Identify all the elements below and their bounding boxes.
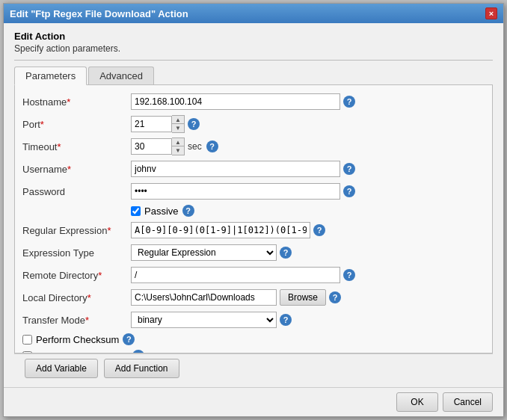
dialog-title: Edit "Ftp Regex File Download" Action: [10, 8, 188, 19]
timeout-unit-label: sec: [188, 141, 202, 152]
passive-label: Passive: [144, 206, 179, 217]
local-dir-control: Browse ?: [131, 289, 485, 306]
expression-type-row: Expression Type Regular Expression Wildc…: [22, 244, 485, 262]
port-label: Port*: [22, 119, 131, 130]
port-spinner: ▲ ▼: [131, 115, 185, 133]
local-dir-row: Local Directory* Browse ?: [22, 288, 485, 306]
section-title: Edit Action: [14, 31, 493, 42]
dialog: Edit "Ftp Regex File Download" Action × …: [3, 3, 504, 417]
separator: [14, 60, 493, 61]
port-input[interactable]: [131, 116, 172, 132]
hostname-control: ?: [131, 93, 485, 110]
expression-type-help-icon[interactable]: ?: [280, 247, 292, 259]
remote-dir-label: Remote Directory*: [22, 270, 131, 281]
regex-control: ?: [131, 222, 485, 238]
timeout-control: ▲ ▼ sec ?: [131, 138, 485, 155]
timeout-label: Timeout*: [22, 141, 131, 152]
expression-type-select[interactable]: Regular Expression Wildcard Exact Match: [131, 244, 277, 261]
checksum-label: Perform Checksum: [36, 334, 119, 345]
username-input[interactable]: [131, 161, 340, 177]
regex-label: Regular Expression*: [22, 225, 131, 236]
password-help-icon[interactable]: ?: [343, 185, 355, 197]
passive-row: Passive ?: [131, 205, 485, 217]
hostname-label: Hostname*: [22, 96, 131, 108]
hostname-row: Hostname* ?: [22, 93, 485, 111]
remote-dir-control: ?: [131, 267, 485, 283]
username-help-icon[interactable]: ?: [343, 163, 355, 175]
title-bar: Edit "Ftp Regex File Download" Action ×: [4, 4, 503, 23]
dialog-body: Edit Action Specify action parameters. P…: [4, 23, 503, 387]
cancel-button[interactable]: Cancel: [443, 392, 493, 412]
hostname-help-icon[interactable]: ?: [343, 96, 355, 108]
password-label: Password: [22, 186, 131, 197]
transfer-mode-select[interactable]: binary ascii auto: [131, 312, 277, 328]
transfer-mode-row: Transfer Mode* binary ascii auto ?: [22, 311, 485, 329]
tab-advanced[interactable]: Advanced: [88, 67, 154, 84]
transfer-mode-help-icon[interactable]: ?: [280, 314, 292, 326]
checksum-checkbox[interactable]: [22, 335, 32, 345]
remote-dir-row: Remote Directory* ?: [22, 266, 485, 284]
expression-type-label: Expression Type: [22, 247, 131, 259]
username-label: Username*: [22, 164, 131, 175]
transfer-mode-label: Transfer Mode*: [22, 315, 131, 326]
username-row: Username* ?: [22, 160, 485, 178]
expression-type-control: Regular Expression Wildcard Exact Match …: [131, 244, 485, 261]
close-button[interactable]: ×: [485, 7, 497, 19]
timeout-input[interactable]: [131, 138, 172, 155]
fail-no-files-row: Fail If No Files Found ?: [22, 350, 485, 353]
regex-input[interactable]: [131, 222, 310, 238]
password-input[interactable]: [131, 183, 340, 200]
port-spinner-buttons: ▲ ▼: [172, 115, 185, 133]
browse-button[interactable]: Browse: [280, 289, 326, 306]
port-up-button[interactable]: ▲: [172, 116, 184, 124]
ok-button[interactable]: OK: [396, 392, 437, 412]
tab-parameters[interactable]: Parameters: [14, 67, 87, 85]
timeout-down-button[interactable]: ▼: [172, 146, 184, 155]
passive-checkbox[interactable]: [131, 206, 141, 216]
port-down-button[interactable]: ▼: [172, 124, 184, 132]
tab-parameters-content: Hostname* ? Port*: [15, 85, 492, 353]
port-help-icon[interactable]: ?: [188, 118, 200, 130]
timeout-row: Timeout* ▲ ▼ sec ?: [22, 138, 485, 155]
local-dir-label: Local Directory*: [22, 292, 131, 303]
fail-no-files-label: Fail If No Files Found: [36, 350, 129, 353]
password-row: Password ?: [22, 182, 485, 200]
password-control: ?: [131, 183, 485, 200]
timeout-help-icon[interactable]: ?: [206, 140, 218, 152]
bottom-bar: Add Variable Add Function: [14, 353, 493, 383]
transfer-mode-control: binary ascii auto ?: [131, 312, 485, 328]
tabs-bar: Parameters Advanced: [14, 67, 493, 85]
add-variable-button[interactable]: Add Variable: [25, 359, 98, 378]
timeout-spinner-buttons: ▲ ▼: [172, 138, 185, 155]
ok-cancel-bar: OK Cancel: [4, 387, 503, 416]
remote-dir-input[interactable]: [131, 267, 340, 283]
local-dir-help-icon[interactable]: ?: [329, 291, 341, 303]
timeout-spinner: ▲ ▼: [131, 138, 185, 155]
checksum-help-icon[interactable]: ?: [123, 333, 135, 345]
timeout-up-button[interactable]: ▲: [172, 138, 184, 146]
fail-no-files-checkbox[interactable]: [22, 351, 32, 353]
port-control: ▲ ▼ ?: [131, 115, 485, 133]
add-function-button[interactable]: Add Function: [104, 359, 179, 378]
port-row: Port* ▲ ▼ ?: [22, 115, 485, 133]
tab-content: Hostname* ? Port*: [14, 85, 493, 353]
passive-help-icon[interactable]: ?: [182, 205, 194, 217]
fail-no-files-help-icon[interactable]: ?: [132, 350, 144, 353]
regex-row: Regular Expression* ?: [22, 221, 485, 239]
remote-dir-help-icon[interactable]: ?: [343, 269, 355, 281]
username-control: ?: [131, 161, 485, 177]
checksum-row: Perform Checksum ?: [22, 333, 485, 345]
regex-help-icon[interactable]: ?: [313, 224, 325, 236]
hostname-input[interactable]: [131, 93, 340, 110]
section-subtitle: Specify action parameters.: [14, 43, 493, 54]
local-dir-input[interactable]: [131, 289, 277, 306]
